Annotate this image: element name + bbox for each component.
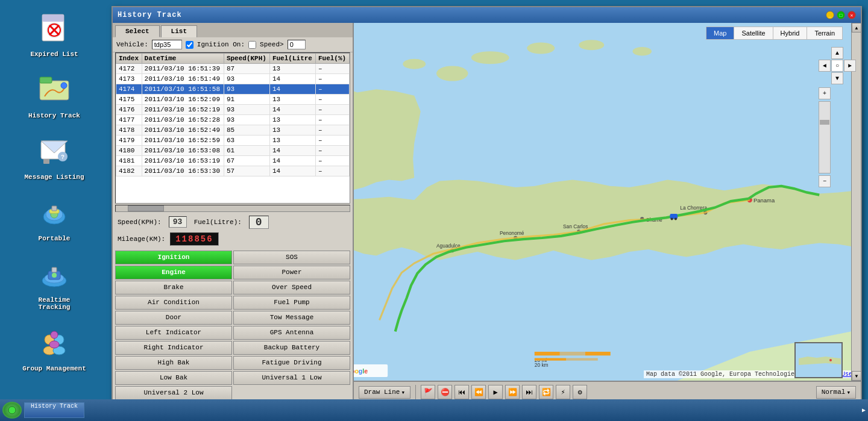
table-row[interactable]: 4181 2011/03/10 16:53:19 67 14 – bbox=[116, 156, 350, 166]
btn-engine[interactable]: Engine bbox=[115, 266, 232, 279]
svg-text:Panama: Panama bbox=[753, 197, 775, 204]
toolbar-btn-back[interactable]: ⏮ bbox=[454, 385, 469, 399]
normal-select[interactable]: Normal ▾ bbox=[816, 386, 856, 399]
map-nav-down[interactable]: ▼ bbox=[831, 72, 843, 84]
btn-universal-1-low[interactable]: Universal 1 Low bbox=[233, 371, 350, 385]
toolbar-btn-prev[interactable]: ⏪ bbox=[471, 385, 486, 399]
btn-ignition[interactable]: Ignition bbox=[115, 251, 232, 264]
scroll-down[interactable]: ▼ bbox=[852, 371, 861, 381]
toolbar-btn-stop[interactable]: ⛔ bbox=[438, 385, 452, 399]
btn-fatigue-driving[interactable]: Fatigue Driving bbox=[233, 356, 350, 370]
btn-power[interactable]: Power bbox=[233, 266, 350, 279]
table-row[interactable]: 4177 2011/03/10 16:52:28 93 13 – bbox=[116, 115, 350, 125]
map-nav-up[interactable]: ▲ bbox=[831, 47, 843, 59]
table-row[interactable]: 4178 2011/03/10 16:52:49 85 13 – bbox=[116, 125, 350, 136]
table-row[interactable]: 4179 2011/03/10 16:52:59 63 13 – bbox=[116, 136, 350, 146]
cell-fuel-pct: – bbox=[315, 74, 349, 84]
cell-fuel-litre: 14 bbox=[269, 105, 315, 115]
start-button[interactable] bbox=[2, 402, 22, 419]
vehicle-input[interactable] bbox=[152, 40, 182, 49]
zoom-slider[interactable] bbox=[819, 101, 831, 173]
svg-rect-7 bbox=[40, 77, 52, 83]
sidebar-item-message[interactable]: ? Message Listing bbox=[18, 129, 90, 184]
btn-over-speed[interactable]: Over Speed bbox=[233, 281, 350, 295]
sidebar-item-portable[interactable]: Portable bbox=[18, 190, 90, 246]
sidebar-item-history[interactable]: History Track bbox=[18, 67, 90, 123]
map-nav-left[interactable]: ◄ bbox=[819, 60, 831, 72]
cell-fuel-pct: – bbox=[315, 146, 349, 156]
btn-universal-2-low[interactable]: Universal 2 Low bbox=[115, 386, 232, 400]
toolbar-btn-speed[interactable]: ⚡ bbox=[556, 385, 570, 399]
table-row[interactable]: 4180 2011/03/10 16:53:08 61 14 – bbox=[116, 146, 350, 156]
table-row[interactable]: 4175 2011/03/10 16:52:09 91 13 – bbox=[116, 95, 350, 105]
toolbar-btn-next[interactable]: ⏩ bbox=[505, 385, 520, 399]
minimize-button[interactable]: _ bbox=[826, 11, 834, 19]
map-type-terrain[interactable]: Terrain bbox=[807, 27, 842, 39]
sidebar-item-expired[interactable]: Expired List bbox=[18, 6, 90, 61]
btn-tow-message[interactable]: Tow Message bbox=[233, 311, 350, 325]
speed-filter-checkbox[interactable] bbox=[248, 41, 256, 49]
btn-gps-antenna[interactable]: GPS Antenna bbox=[233, 326, 350, 340]
scrollbar-thumb[interactable] bbox=[128, 205, 164, 211]
group-label: Group Management bbox=[22, 365, 86, 372]
maximize-button[interactable]: □ bbox=[837, 11, 845, 19]
btn-air-condition[interactable]: Air Condition bbox=[115, 296, 232, 310]
toolbar-btn-play[interactable]: ▶ bbox=[488, 385, 503, 399]
toolbar-btn-extra[interactable]: ⚙ bbox=[573, 385, 587, 399]
desktop-sidebar: Expired List History Track ? Message Lis… bbox=[0, 0, 108, 398]
btn-right-indicator[interactable]: Right Indicator bbox=[115, 341, 232, 355]
data-table: Index DateTime Speed(KPH) Fuel(Litre Fue… bbox=[116, 53, 350, 176]
map-panel[interactable]: Panama La Chorrera Chame San Carlos Peno… bbox=[354, 23, 861, 402]
table-row[interactable]: 4173 2011/03/10 16:51:49 93 14 – bbox=[116, 74, 350, 84]
btn-brake[interactable]: Brake bbox=[115, 281, 232, 295]
cell-speed: 85 bbox=[224, 125, 269, 136]
ignition-checkbox[interactable] bbox=[186, 41, 193, 49]
btn-door[interactable]: Door bbox=[115, 311, 232, 325]
map-nav-center[interactable]: ○ bbox=[831, 60, 843, 72]
draw-line-button[interactable]: Draw Line ▾ bbox=[359, 386, 410, 399]
btn-high-bak[interactable]: High Bak bbox=[115, 356, 232, 370]
map-type-hybrid[interactable]: Hybrid bbox=[773, 27, 808, 39]
btn-left-indicator[interactable]: Left Indicator bbox=[115, 326, 232, 340]
svg-rect-1 bbox=[42, 14, 64, 22]
btn-fuel-pump[interactable]: Fuel Pump bbox=[233, 296, 350, 310]
svg-point-36 bbox=[633, 47, 652, 56]
sidebar-item-group[interactable]: Group Management bbox=[18, 320, 90, 376]
speed-input[interactable] bbox=[288, 40, 306, 49]
vehicle-label: Vehicle: bbox=[116, 41, 148, 48]
portable-icon bbox=[35, 194, 74, 232]
btn-low-bak[interactable]: Low Bak bbox=[115, 371, 232, 385]
map-background: Panama La Chorrera Chame San Carlos Peno… bbox=[354, 23, 861, 402]
tab-select[interactable]: Select bbox=[115, 25, 160, 37]
table-scrollbar[interactable] bbox=[115, 205, 350, 212]
sidebar-item-realtime[interactable]: Realtime Tracking bbox=[18, 252, 90, 314]
scroll-up[interactable]: ▲ bbox=[852, 23, 861, 33]
zoom-out-button[interactable]: − bbox=[819, 175, 831, 187]
btn-backup-battery[interactable]: Backup Battery bbox=[233, 341, 350, 355]
cell-fuel-litre: 14 bbox=[269, 156, 315, 166]
ignition-label: Ignition On: bbox=[197, 41, 245, 48]
data-table-container[interactable]: Index DateTime Speed(KPH) Fuel(Litre Fue… bbox=[115, 52, 350, 204]
cell-datetime: 2011/03/10 16:52:49 bbox=[142, 125, 224, 136]
taskbar-clock: ▶ bbox=[862, 407, 866, 414]
toolbar-btn-flag[interactable]: 🚩 bbox=[421, 385, 435, 399]
svg-text:?: ? bbox=[61, 154, 64, 161]
map-type-map[interactable]: Map bbox=[706, 27, 734, 39]
taskbar-window-btn[interactable]: History Track bbox=[24, 402, 84, 418]
table-row[interactable]: 4176 2011/03/10 16:52:19 93 14 – bbox=[116, 105, 350, 115]
table-row[interactable]: 4182 2011/03/10 16:53:30 57 14 – bbox=[116, 166, 350, 176]
map-nav-right[interactable]: ► bbox=[844, 60, 856, 72]
table-row[interactable]: 4172 2011/03/10 16:51:39 87 13 – bbox=[116, 64, 350, 74]
svg-point-28 bbox=[51, 331, 58, 338]
btn-sos[interactable]: SOS bbox=[233, 251, 350, 264]
table-row[interactable]: 4174 2011/03/10 16:51:58 93 14 – bbox=[116, 84, 350, 95]
toolbar-btn-loop[interactable]: 🔁 bbox=[539, 385, 553, 399]
map-type-satellite[interactable]: Satellite bbox=[734, 27, 773, 39]
mini-map[interactable] bbox=[794, 342, 843, 378]
close-button[interactable]: ✕ bbox=[848, 11, 856, 19]
toolbar-btn-forward[interactable]: ⏭ bbox=[522, 385, 536, 399]
cell-speed: 57 bbox=[224, 166, 269, 176]
tab-list[interactable]: List bbox=[161, 25, 197, 37]
zoom-in-button[interactable]: + bbox=[819, 87, 831, 99]
cell-fuel-litre: 13 bbox=[269, 125, 315, 136]
